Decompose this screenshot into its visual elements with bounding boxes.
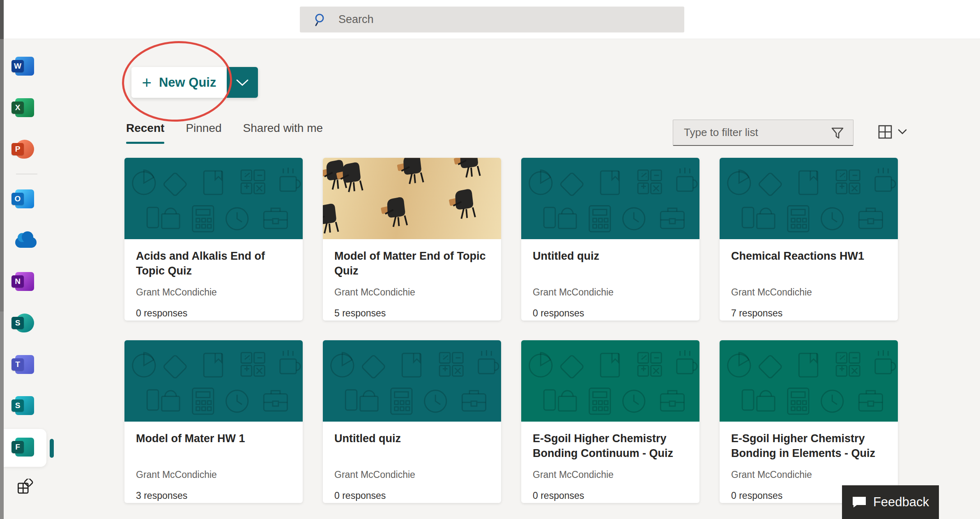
- chevron-down-icon: [235, 78, 249, 87]
- card-responses: 7 responses: [731, 308, 886, 319]
- card-thumbnail: [521, 340, 699, 422]
- card-title: Chemical Reactions HW1: [731, 249, 886, 286]
- card-responses: 0 responses: [533, 490, 688, 501]
- search-icon: [314, 13, 328, 27]
- card-title: E-Sgoil Higher Chemistry Bonding Continu…: [533, 431, 688, 468]
- active-item-indicator: [50, 439, 54, 458]
- new-quiz-dropdown-button[interactable]: [227, 67, 258, 98]
- powerpoint-icon: P: [12, 143, 24, 155]
- powerpoint-icon: P: [15, 140, 34, 159]
- card-responses: 3 responses: [136, 490, 291, 501]
- card-author: Grant McCondichie: [334, 469, 490, 480]
- card-author: Grant McCondichie: [731, 287, 886, 298]
- card-thumbnail-photo: [323, 158, 501, 239]
- app-rail: W X P O N S T S F: [4, 39, 61, 519]
- card-thumbnail: [124, 340, 303, 422]
- card-responses: 0 responses: [334, 490, 490, 501]
- quiz-card[interactable]: E-Sgoil Higher Chemistry Bonding Continu…: [521, 340, 699, 503]
- sidebar-item-sway[interactable]: S: [15, 395, 44, 417]
- outlook-icon: O: [12, 193, 24, 205]
- sidebar-item-teams[interactable]: T: [15, 353, 44, 375]
- filter-placeholder: Type to filter list: [684, 126, 758, 139]
- card-thumbnail: [124, 158, 303, 239]
- onedrive-cloud-icon: [15, 237, 37, 248]
- card-author: Grant McCondichie: [334, 287, 490, 298]
- sway-icon: S: [12, 399, 24, 412]
- sidebar-item-onedrive[interactable]: [15, 230, 44, 251]
- plus-icon: +: [142, 74, 152, 91]
- speech-bubble-icon: [852, 496, 867, 508]
- sidebar-item-onenote[interactable]: N: [15, 271, 44, 293]
- quiz-card[interactable]: Untitled quiz Grant McCondichie 0 respon…: [323, 340, 501, 503]
- teams-icon: T: [15, 355, 34, 374]
- tab-pinned[interactable]: Pinned: [186, 122, 221, 141]
- new-quiz-label: New Quiz: [159, 75, 216, 90]
- card-title: Acids and Alkalis End of Topic Quiz: [136, 249, 291, 286]
- card-responses: 0 responses: [136, 308, 291, 319]
- filter-input[interactable]: Type to filter list: [673, 120, 853, 146]
- card-thumbnail: [323, 340, 501, 422]
- quiz-card[interactable]: Untitled quiz Grant McCondichie 0 respon…: [521, 158, 699, 321]
- tab-shared-with-me[interactable]: Shared with me: [243, 122, 323, 141]
- quiz-card[interactable]: Model of Matter End of Topic Quiz Grant …: [323, 158, 501, 321]
- outlook-icon: O: [15, 189, 34, 208]
- excel-icon: X: [12, 101, 24, 114]
- card-thumbnail: [521, 158, 699, 239]
- card-author: Grant McCondichie: [533, 469, 688, 480]
- forms-icon: F: [15, 438, 34, 457]
- tab-recent[interactable]: Recent: [126, 122, 164, 141]
- card-author: Grant McCondichie: [136, 469, 291, 480]
- forms-icon: F: [12, 441, 24, 453]
- feedback-label: Feedback: [873, 495, 929, 510]
- sidebar-item-all-apps[interactable]: [15, 477, 44, 499]
- card-author: Grant McCondichie: [136, 287, 291, 298]
- grid-view-icon: [877, 124, 893, 140]
- chevron-down-icon: [898, 129, 907, 135]
- all-apps-icon: [15, 479, 33, 497]
- feedback-button[interactable]: Feedback: [842, 485, 939, 519]
- sidebar-item-forms[interactable]: F: [15, 436, 44, 458]
- new-quiz-split-button: + New Quiz: [131, 67, 258, 98]
- sharepoint-icon: S: [15, 314, 34, 332]
- card-thumbnail: [720, 158, 898, 239]
- quiz-card[interactable]: Chemical Reactions HW1 Grant McCondichie…: [720, 158, 898, 321]
- view-toggle-button[interactable]: [877, 124, 907, 140]
- sidebar-item-word[interactable]: W: [15, 55, 44, 77]
- card-title: Model of Matter End of Topic Quiz: [334, 249, 490, 286]
- new-quiz-button[interactable]: + New Quiz: [131, 67, 227, 98]
- quiz-card[interactable]: Model of Mater HW 1 Grant McCondichie 3 …: [124, 340, 303, 503]
- quiz-card[interactable]: Acids and Alkalis End of Topic Quiz Gran…: [124, 158, 303, 321]
- card-title: Model of Mater HW 1: [136, 431, 291, 468]
- rail-divider: [16, 174, 37, 174]
- tab-bar: RecentPinnedShared with me: [126, 122, 323, 141]
- card-title: Untitled quiz: [334, 431, 490, 468]
- screenshot-edge-artifact: [0, 0, 4, 519]
- sidebar-item-outlook[interactable]: O: [15, 188, 44, 210]
- word-icon: W: [15, 57, 34, 76]
- card-title: E-Sgoil Higher Chemistry Bonding in Elem…: [731, 431, 886, 468]
- sidebar-item-excel[interactable]: X: [15, 97, 44, 119]
- sharepoint-icon: S: [12, 317, 24, 329]
- sway-icon: S: [15, 396, 34, 415]
- sidebar-item-sharepoint[interactable]: S: [15, 312, 44, 334]
- card-author: Grant McCondichie: [731, 469, 886, 480]
- card-thumbnail: [720, 340, 898, 422]
- onenote-icon: N: [12, 275, 24, 288]
- quiz-card[interactable]: E-Sgoil Higher Chemistry Bonding in Elem…: [720, 340, 898, 503]
- card-responses: 5 responses: [334, 308, 490, 319]
- top-bar: Search: [0, 0, 980, 39]
- teams-icon: T: [12, 358, 24, 371]
- card-author: Grant McCondichie: [533, 287, 688, 298]
- excel-icon: X: [15, 98, 34, 117]
- active-tab-underline: [126, 142, 164, 144]
- card-responses: 0 responses: [533, 308, 688, 319]
- onenote-icon: N: [15, 272, 34, 291]
- filter-funnel-icon: [830, 125, 845, 140]
- card-title: Untitled quiz: [533, 249, 688, 286]
- word-icon: W: [12, 60, 24, 72]
- search-placeholder: Search: [338, 13, 374, 26]
- sidebar-item-powerpoint[interactable]: P: [15, 138, 44, 160]
- search-input[interactable]: Search: [300, 7, 684, 32]
